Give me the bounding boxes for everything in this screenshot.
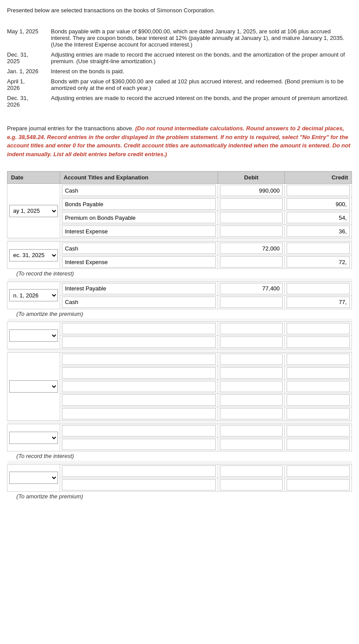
account-input[interactable] bbox=[62, 185, 216, 196]
account-input[interactable] bbox=[62, 323, 216, 334]
credit-input[interactable] bbox=[287, 185, 350, 196]
credit-input[interactable] bbox=[287, 212, 350, 223]
account-input[interactable] bbox=[62, 408, 216, 419]
date-select-5[interactable] bbox=[9, 380, 58, 393]
credit-cell[interactable] bbox=[285, 366, 352, 380]
debit-input[interactable] bbox=[220, 336, 283, 348]
account-cell[interactable] bbox=[60, 394, 218, 407]
debit-cell[interactable] bbox=[218, 407, 285, 421]
credit-cell[interactable] bbox=[285, 478, 352, 491]
debit-input[interactable] bbox=[220, 439, 283, 450]
date-select-7[interactable] bbox=[9, 472, 58, 484]
credit-cell[interactable] bbox=[285, 380, 352, 394]
account-input[interactable] bbox=[62, 283, 216, 294]
credit-input[interactable] bbox=[287, 394, 350, 406]
account-cell[interactable] bbox=[60, 184, 218, 197]
credit-input[interactable] bbox=[287, 256, 350, 268]
credit-cell[interactable] bbox=[285, 336, 352, 349]
account-cell[interactable] bbox=[60, 366, 218, 380]
debit-input[interactable] bbox=[220, 256, 283, 268]
account-input[interactable] bbox=[62, 439, 216, 450]
account-input[interactable] bbox=[62, 381, 216, 392]
debit-cell[interactable] bbox=[218, 282, 285, 295]
debit-input[interactable] bbox=[220, 479, 283, 490]
debit-cell[interactable] bbox=[218, 380, 285, 394]
account-cell[interactable] bbox=[60, 211, 218, 225]
debit-input[interactable] bbox=[220, 408, 283, 419]
credit-cell[interactable] bbox=[285, 438, 352, 451]
account-cell[interactable] bbox=[60, 353, 218, 366]
debit-input[interactable] bbox=[220, 225, 283, 237]
account-cell[interactable] bbox=[60, 380, 218, 394]
credit-input[interactable] bbox=[287, 283, 350, 294]
credit-cell[interactable] bbox=[285, 464, 352, 478]
credit-cell[interactable] bbox=[285, 255, 352, 269]
credit-input[interactable] bbox=[287, 297, 350, 308]
debit-cell[interactable] bbox=[218, 225, 285, 238]
date-cell[interactable] bbox=[7, 353, 60, 421]
account-cell[interactable] bbox=[60, 225, 218, 238]
account-input[interactable] bbox=[62, 336, 216, 348]
credit-input[interactable] bbox=[287, 408, 350, 419]
account-cell[interactable] bbox=[60, 464, 218, 478]
debit-cell[interactable] bbox=[218, 353, 285, 366]
credit-input[interactable] bbox=[287, 336, 350, 348]
account-input[interactable] bbox=[62, 243, 216, 254]
debit-cell[interactable] bbox=[218, 211, 285, 225]
debit-cell[interactable] bbox=[218, 336, 285, 349]
debit-input[interactable] bbox=[220, 465, 283, 477]
credit-cell[interactable] bbox=[285, 353, 352, 366]
account-input[interactable] bbox=[62, 198, 216, 210]
debit-cell[interactable] bbox=[218, 322, 285, 336]
date-cell[interactable] bbox=[7, 322, 60, 349]
account-input[interactable] bbox=[62, 479, 216, 490]
debit-cell[interactable] bbox=[218, 438, 285, 451]
date-cell[interactable] bbox=[7, 424, 60, 451]
credit-cell[interactable] bbox=[285, 225, 352, 238]
account-cell[interactable] bbox=[60, 255, 218, 269]
debit-input[interactable] bbox=[220, 367, 283, 379]
credit-input[interactable] bbox=[287, 465, 350, 477]
credit-input[interactable] bbox=[287, 479, 350, 490]
credit-cell[interactable] bbox=[285, 295, 352, 309]
date-select-3[interactable]: n. 1, 2026 bbox=[9, 289, 58, 301]
credit-input[interactable] bbox=[287, 198, 350, 210]
date-cell[interactable] bbox=[7, 464, 60, 491]
account-cell[interactable] bbox=[60, 197, 218, 211]
credit-cell[interactable] bbox=[285, 322, 352, 336]
account-input[interactable] bbox=[62, 425, 216, 436]
date-select-4[interactable] bbox=[9, 329, 58, 342]
debit-cell[interactable] bbox=[218, 464, 285, 478]
account-cell[interactable] bbox=[60, 438, 218, 451]
credit-cell[interactable] bbox=[285, 197, 352, 211]
debit-input[interactable] bbox=[220, 283, 283, 294]
credit-input[interactable] bbox=[287, 381, 350, 392]
credit-input[interactable] bbox=[287, 225, 350, 237]
account-cell[interactable] bbox=[60, 322, 218, 336]
credit-cell[interactable] bbox=[285, 394, 352, 407]
debit-input[interactable] bbox=[220, 212, 283, 223]
debit-cell[interactable] bbox=[218, 242, 285, 255]
credit-cell[interactable] bbox=[285, 242, 352, 255]
debit-input[interactable] bbox=[220, 323, 283, 334]
account-input[interactable] bbox=[62, 394, 216, 406]
debit-cell[interactable] bbox=[218, 394, 285, 407]
account-input[interactable] bbox=[62, 256, 216, 268]
account-cell[interactable] bbox=[60, 407, 218, 421]
account-cell[interactable] bbox=[60, 242, 218, 255]
debit-input[interactable] bbox=[220, 354, 283, 365]
debit-cell[interactable] bbox=[218, 424, 285, 438]
account-cell[interactable] bbox=[60, 424, 218, 438]
account-cell[interactable] bbox=[60, 478, 218, 491]
credit-cell[interactable] bbox=[285, 424, 352, 438]
account-input[interactable] bbox=[62, 354, 216, 365]
account-input[interactable] bbox=[62, 212, 216, 223]
date-cell[interactable]: ec. 31, 2025 bbox=[7, 242, 60, 269]
account-input[interactable] bbox=[62, 225, 216, 237]
account-cell[interactable] bbox=[60, 336, 218, 349]
account-cell[interactable] bbox=[60, 282, 218, 295]
debit-input[interactable] bbox=[220, 185, 283, 196]
credit-input[interactable] bbox=[287, 243, 350, 254]
debit-cell[interactable] bbox=[218, 478, 285, 491]
debit-input[interactable] bbox=[220, 394, 283, 406]
